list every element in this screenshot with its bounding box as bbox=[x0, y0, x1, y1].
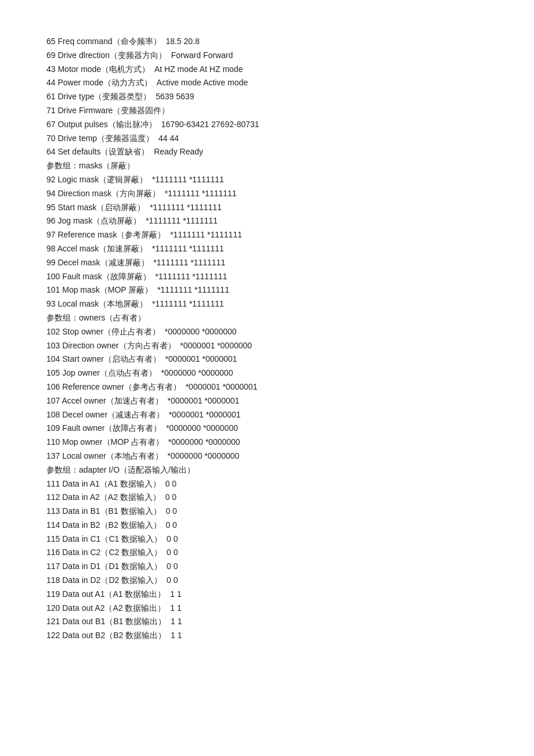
param-line-7: 67 Output pulses（输出脉冲） 16790-63421 27692… bbox=[46, 118, 488, 132]
param-line-37: 115 Data in C1（C1 数据输入） 0 0 bbox=[46, 532, 488, 546]
param-line-27: 107 Accel owner（加速占有者） *0000001 *0000001 bbox=[46, 394, 488, 408]
param-line-25: 105 Jop owner（点动占有者） *0000000 *0000000 bbox=[46, 366, 488, 380]
param-line-31: 137 Local owner（本地占有者） *0000000 *0000000 bbox=[46, 449, 488, 463]
param-line-26: 106 Reference owner（参考占有者） *0000001 *000… bbox=[46, 380, 488, 394]
param-line-42: 120 Data out A2（A2 数据输出） 1 1 bbox=[46, 602, 488, 615]
param-line-9: 64 Set defaults（设置缺省） Ready Ready bbox=[46, 145, 488, 159]
param-line-21: 参数组：owners（占有者） bbox=[46, 311, 488, 325]
param-line-43: 121 Data out B1（B1 数据输出） 1 1 bbox=[46, 615, 488, 629]
param-line-15: 97 Reference mask（参考屏蔽） *1111111 *111111… bbox=[46, 228, 488, 242]
param-line-16: 98 Accel mask（加速屏蔽） *1111111 *1111111 bbox=[46, 242, 488, 256]
param-line-23: 103 Direction owner（方向占有者） *0000001 *000… bbox=[46, 339, 488, 353]
param-line-10: 参数组：masks（屏蔽） bbox=[46, 159, 488, 173]
param-line-4: 44 Power mode（动力方式） Active mode Active m… bbox=[46, 76, 488, 90]
param-line-19: 101 Mop mask（MOP 屏蔽） *1111111 *1111111 bbox=[46, 283, 488, 297]
param-line-44: 122 Data out B2（B2 数据输出） 1 1 bbox=[46, 629, 488, 643]
param-line-34: 112 Data in A2（A2 数据输入） 0 0 bbox=[46, 491, 488, 505]
param-line-24: 104 Start owner（启动占有者） *0000001 *0000001 bbox=[46, 352, 488, 366]
param-line-40: 118 Data in D2（D2 数据输入） 0 0 bbox=[46, 574, 488, 588]
param-line-36: 114 Data in B2（B2 数据输入） 0 0 bbox=[46, 519, 488, 532]
param-line-12: 94 Direction mask（方向屏蔽） *1111111 *111111… bbox=[46, 187, 488, 201]
param-line-8: 70 Drive temp（变频器温度） 44 44 bbox=[46, 132, 488, 146]
param-line-32: 参数组：adapter I/O（适配器输入/输出） bbox=[46, 463, 488, 477]
param-line-28: 108 Decel owner（减速占有者） *0000001 *0000001 bbox=[46, 408, 488, 422]
param-line-11: 92 Logic mask（逻辑屏蔽） *1111111 *1111111 bbox=[46, 173, 488, 187]
param-line-41: 119 Data out A1（A1 数据输出） 1 1 bbox=[46, 588, 488, 602]
param-line-30: 110 Mop owner（MOP 占有者） *0000000 *0000000 bbox=[46, 435, 488, 449]
param-line-6: 71 Drive Firmware（变频器固件） bbox=[46, 104, 488, 118]
param-line-2: 69 Drive dlrection（变频器方向） Forward Forwar… bbox=[46, 49, 488, 63]
param-line-39: 117 Data in D1（D1 数据输入） 0 0 bbox=[46, 560, 488, 574]
parameter-list: 65 Freq command（命令频率） 18.5 20.869 Drive … bbox=[46, 35, 488, 643]
param-line-38: 116 Data in C2（C2 数据输入） 0 0 bbox=[46, 546, 488, 560]
param-line-1: 65 Freq command（命令频率） 18.5 20.8 bbox=[46, 35, 488, 49]
param-line-17: 99 Decel mask（减速屏蔽） *1111111 *1111111 bbox=[46, 256, 488, 270]
param-line-29: 109 Fault owner（故障占有者） *0000000 *0000000 bbox=[46, 422, 488, 435]
param-line-14: 96 Jog mask（点动屏蔽） *1111111 *1111111 bbox=[46, 214, 488, 228]
param-line-18: 100 Fault mask（故障屏蔽） *1111111 *1111111 bbox=[46, 270, 488, 284]
param-line-33: 111 Data in A1（A1 数据输入） 0 0 bbox=[46, 477, 488, 491]
param-line-20: 93 Local mask（本地屏蔽） *1111111 *1111111 bbox=[46, 297, 488, 311]
param-line-5: 61 Drive type（变频器类型） 5639 5639 bbox=[46, 90, 488, 104]
param-line-22: 102 Stop owner（停止占有者） *0000000 *0000000 bbox=[46, 325, 488, 339]
param-line-13: 95 Start mask（启动屏蔽） *1111111 *1111111 bbox=[46, 201, 488, 215]
param-line-3: 43 Motor mode（电机方式） At HZ mode At HZ mod… bbox=[46, 63, 488, 77]
param-line-35: 113 Data in B1（B1 数据输入） 0 0 bbox=[46, 505, 488, 519]
